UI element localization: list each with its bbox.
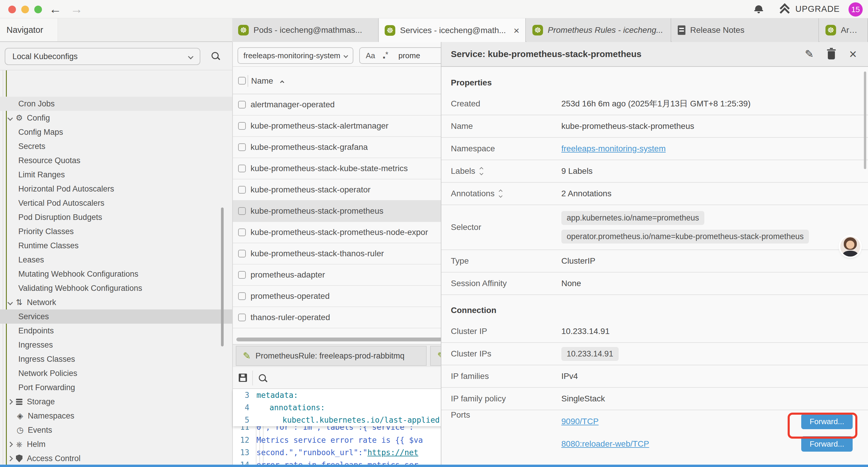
clock-icon: ◷ bbox=[16, 426, 24, 434]
minimize-window-button[interactable] bbox=[21, 6, 29, 13]
tab-release-notes[interactable]: Release Notes bbox=[672, 18, 819, 42]
row-checkbox[interactable] bbox=[238, 229, 246, 236]
chevron-right-icon[interactable] bbox=[7, 442, 13, 447]
tab-services-icecheng-math[interactable]: Services - icecheng@math...× bbox=[379, 18, 526, 42]
column-header-name[interactable]: Name bbox=[251, 76, 273, 86]
upgrade-button[interactable]: UPGRADE bbox=[795, 4, 840, 14]
sidebar-item-network[interactable]: ⇅Network bbox=[0, 295, 232, 310]
gear-icon: ⚙ bbox=[15, 114, 23, 122]
tab-pods-icecheng-mathmas[interactable]: Pods - icecheng@mathmas... bbox=[232, 18, 379, 42]
sidebar-item-namespaces[interactable]: ◈Namespaces bbox=[0, 409, 232, 423]
sidebar-item-ingresses[interactable]: Ingresses bbox=[0, 338, 232, 352]
chevron-right-icon[interactable] bbox=[7, 399, 13, 404]
namespace-filter-value: freeleaps-monitoring-system bbox=[243, 51, 340, 60]
sidebar-item-label: Network Policies bbox=[18, 369, 78, 378]
sidebar-item-endpoints[interactable]: Endpoints bbox=[0, 324, 232, 338]
row-checkbox[interactable] bbox=[238, 143, 246, 151]
close-tab-icon[interactable]: × bbox=[514, 25, 519, 35]
sidebar-item-services[interactable]: Services bbox=[0, 310, 232, 324]
dock-tab-prometheusrule[interactable]: ✎PrometheusRule: freeleaps-prod-rabbitmq bbox=[236, 346, 427, 366]
service-name: kube-prometheus-stack-prometheus-node-ex… bbox=[251, 228, 428, 237]
sidebar-item-secrets[interactable]: Secrets bbox=[0, 139, 232, 153]
forward-arrow-button[interactable]: → bbox=[68, 1, 85, 17]
sidebar-item-resource-quotas[interactable]: Resource Quotas bbox=[0, 153, 232, 168]
chevron-down-icon[interactable] bbox=[7, 115, 13, 121]
sidebar-item-label: Limit Ranges bbox=[18, 170, 65, 179]
row-checkbox[interactable] bbox=[238, 101, 246, 109]
regex-icon[interactable]: ▪* bbox=[383, 50, 389, 61]
sidebar-item-label: Vertical Pod Autoscalers bbox=[18, 199, 104, 208]
sidebar-item-port-forwarding[interactable]: Port Forwarding bbox=[0, 380, 232, 395]
row-checkbox[interactable] bbox=[238, 250, 246, 258]
sidebar-scrollbar[interactable] bbox=[221, 207, 224, 346]
sidebar-item-events[interactable]: ◷Events bbox=[0, 423, 232, 437]
kubeconfig-selector-dropdown[interactable]: Local Kubeconfigs bbox=[5, 48, 200, 65]
row-checkbox[interactable] bbox=[238, 207, 246, 215]
sidebar-item-helm[interactable]: ⎈Helm bbox=[0, 437, 232, 451]
match-case-icon[interactable]: Aa bbox=[366, 51, 375, 60]
service-name: thanos-ruler-operated bbox=[251, 313, 330, 322]
close-window-button[interactable] bbox=[8, 6, 16, 13]
sidebar-item-label: Ingresses bbox=[18, 341, 53, 350]
notification-count-badge[interactable]: 15 bbox=[848, 2, 863, 17]
sidebar-item-ingress-classes[interactable]: Ingress Classes bbox=[0, 352, 232, 366]
notifications-bell-icon[interactable] bbox=[755, 5, 762, 11]
sidebar-search-icon[interactable] bbox=[212, 52, 219, 59]
sort-toggle-icon[interactable] bbox=[480, 168, 483, 175]
row-checkbox[interactable] bbox=[238, 186, 246, 194]
chevron-right-icon[interactable] bbox=[7, 456, 13, 461]
tab-prometheus-rules-icecheng[interactable]: Prometheus Rules - icecheng... bbox=[526, 18, 671, 42]
sidebar-item-label: Mutating Webhook Configurations bbox=[18, 269, 138, 279]
user-avatar[interactable] bbox=[840, 236, 860, 257]
sidebar-item-horizontal-pod-autoscalers[interactable]: Horizontal Pod Autoscalers bbox=[0, 182, 232, 196]
divider bbox=[252, 371, 253, 385]
editor-search-icon[interactable] bbox=[259, 374, 266, 381]
sidebar-item-vertical-pod-autoscalers[interactable]: Vertical Pod Autoscalers bbox=[0, 196, 232, 210]
namespace-filter-dropdown[interactable]: freeleaps-monitoring-system bbox=[238, 47, 353, 64]
select-all-checkbox[interactable] bbox=[238, 77, 246, 85]
tab-navigator[interactable]: Navigator bbox=[0, 18, 58, 41]
save-icon[interactable] bbox=[239, 374, 247, 382]
sidebar-item-network-policies[interactable]: Network Policies bbox=[0, 366, 232, 380]
sidebar-item-limit-ranges[interactable]: Limit Ranges bbox=[0, 168, 232, 182]
row-checkbox[interactable] bbox=[238, 165, 246, 172]
sidebar-item-leases[interactable]: Leases bbox=[0, 253, 232, 267]
namespace-link[interactable]: freeleaps-monitoring-system bbox=[561, 144, 665, 153]
sidebar-item-cron-jobs[interactable]: Cron Jobs bbox=[0, 97, 232, 111]
sidebar-item-config-maps[interactable]: Config Maps bbox=[0, 125, 232, 139]
detail-row-namespace: Namespacefreeleaps-monitoring-system bbox=[441, 138, 868, 160]
chevron-down-icon[interactable] bbox=[7, 300, 13, 305]
sidebar-item-label: Services bbox=[18, 312, 49, 321]
sidebar-item-pod-disruption-budgets[interactable]: Pod Disruption Budgets bbox=[0, 210, 232, 224]
upgrade-chevrons-icon[interactable] bbox=[779, 4, 789, 15]
back-arrow-button[interactable]: ← bbox=[47, 1, 63, 17]
sidebar-item-priority-classes[interactable]: Priority Classes bbox=[0, 224, 232, 238]
sidebar-item-validating-webhook-configurations[interactable]: Validating Webhook Configurations bbox=[0, 281, 232, 295]
sidebar-item-access-control[interactable]: Access Control bbox=[0, 451, 232, 465]
drawer-scrollbar[interactable] bbox=[864, 71, 866, 169]
sidebar-item-label: Namespaces bbox=[28, 411, 74, 420]
edit-icon[interactable]: ✎ bbox=[805, 49, 814, 59]
sort-toggle-icon[interactable] bbox=[499, 190, 502, 197]
sidebar-item-label: Network bbox=[27, 298, 56, 307]
row-checkbox[interactable] bbox=[238, 314, 246, 321]
sidebar-item-storage[interactable]: Storage bbox=[0, 395, 232, 409]
chevron-down-icon bbox=[188, 54, 193, 59]
close-icon[interactable]: × bbox=[849, 48, 857, 61]
sidebar-item-label: Priority Classes bbox=[18, 227, 74, 236]
row-checkbox[interactable] bbox=[238, 292, 246, 300]
row-checkbox[interactable] bbox=[238, 271, 246, 279]
tab-argo-se[interactable]: Argo Se bbox=[819, 18, 868, 42]
sidebar-item-config[interactable]: ⚙Config bbox=[0, 111, 232, 125]
port-link[interactable]: 8080:reloader-web/TCP bbox=[561, 439, 649, 449]
storage-icon bbox=[15, 399, 23, 405]
zoom-window-button[interactable] bbox=[34, 6, 42, 13]
detail-label: Labels bbox=[451, 167, 561, 176]
delete-trash-icon[interactable] bbox=[828, 51, 835, 59]
sort-ascending-icon[interactable] bbox=[281, 80, 284, 85]
detail-label: Cluster IPs bbox=[451, 349, 561, 358]
sidebar-item-runtime-classes[interactable]: Runtime Classes bbox=[0, 238, 232, 253]
port-link[interactable]: 9090/TCP bbox=[561, 417, 598, 426]
row-checkbox[interactable] bbox=[238, 122, 246, 130]
sidebar-item-mutating-webhook-configurations[interactable]: Mutating Webhook Configurations bbox=[0, 267, 232, 281]
